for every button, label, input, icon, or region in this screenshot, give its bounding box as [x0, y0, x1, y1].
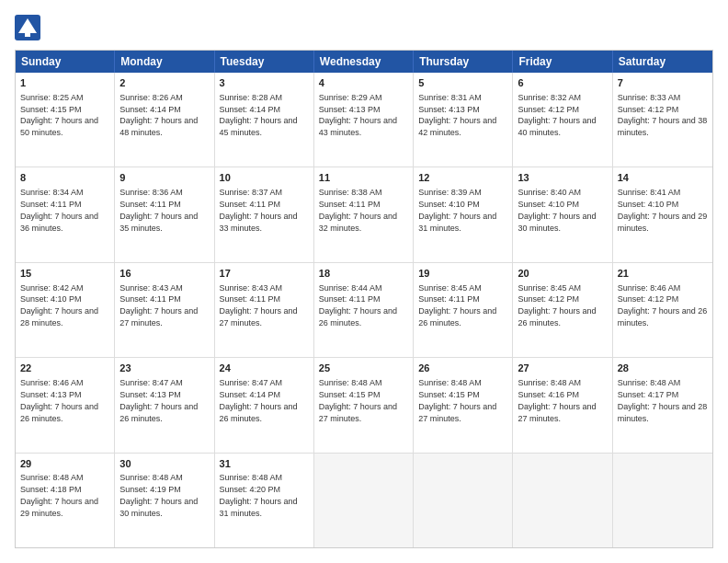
calendar-cell-3-6: 20Sunrise: 8:45 AM Sunset: 4:12 PM Dayli…: [513, 263, 612, 357]
day-number: 8: [20, 171, 109, 185]
day-number: 4: [319, 76, 408, 90]
day-number: 7: [618, 76, 708, 90]
day-number: 12: [418, 171, 507, 185]
day-number: 6: [518, 76, 607, 90]
calendar-week-4: 22Sunrise: 8:46 AM Sunset: 4:13 PM Dayli…: [16, 357, 712, 452]
cell-info: Sunrise: 8:36 AM Sunset: 4:11 PM Dayligh…: [119, 188, 198, 232]
weekday-header-monday: Monday: [115, 51, 214, 73]
cell-info: Sunrise: 8:33 AM Sunset: 4:12 PM Dayligh…: [618, 93, 708, 137]
day-number: 28: [618, 362, 708, 375]
calendar-cell-4-3: 24Sunrise: 8:47 AM Sunset: 4:14 PM Dayli…: [215, 358, 314, 452]
calendar-cell-3-2: 16Sunrise: 8:43 AM Sunset: 4:11 PM Dayli…: [115, 263, 214, 357]
cell-info: Sunrise: 8:39 AM Sunset: 4:10 PM Dayligh…: [418, 188, 496, 232]
cell-info: Sunrise: 8:43 AM Sunset: 4:11 PM Dayligh…: [220, 283, 298, 327]
cell-info: Sunrise: 8:45 AM Sunset: 4:11 PM Dayligh…: [418, 283, 496, 327]
calendar-body: 1Sunrise: 8:25 AM Sunset: 4:15 PM Daylig…: [16, 73, 712, 547]
cell-info: Sunrise: 8:31 AM Sunset: 4:13 PM Dayligh…: [418, 93, 496, 137]
cell-info: Sunrise: 8:41 AM Sunset: 4:10 PM Dayligh…: [618, 188, 708, 232]
calendar-week-3: 15Sunrise: 8:42 AM Sunset: 4:10 PM Dayli…: [16, 262, 712, 357]
svg-rect-2: [25, 29, 30, 37]
weekday-header-sunday: Sunday: [16, 51, 115, 73]
calendar-cell-5-6: [513, 454, 612, 547]
day-number: 25: [319, 362, 408, 375]
cell-info: Sunrise: 8:48 AM Sunset: 4:20 PM Dayligh…: [220, 473, 298, 517]
weekday-header-tuesday: Tuesday: [215, 51, 314, 73]
calendar-cell-4-2: 23Sunrise: 8:47 AM Sunset: 4:13 PM Dayli…: [115, 358, 214, 452]
weekday-header-saturday: Saturday: [613, 51, 712, 73]
logo: [15, 15, 42, 40]
day-number: 15: [20, 267, 109, 281]
day-number: 1: [20, 76, 109, 90]
weekday-header-friday: Friday: [513, 51, 612, 73]
day-number: 10: [220, 171, 309, 185]
cell-info: Sunrise: 8:48 AM Sunset: 4:15 PM Dayligh…: [319, 378, 397, 422]
calendar-cell-3-1: 15Sunrise: 8:42 AM Sunset: 4:10 PM Dayli…: [16, 263, 115, 357]
calendar-cell-5-7: [613, 454, 712, 547]
cell-info: Sunrise: 8:43 AM Sunset: 4:11 PM Dayligh…: [119, 283, 198, 327]
calendar-week-5: 29Sunrise: 8:48 AM Sunset: 4:18 PM Dayli…: [16, 453, 712, 547]
weekday-header-wednesday: Wednesday: [314, 51, 414, 73]
calendar-cell-1-5: 5Sunrise: 8:31 AM Sunset: 4:13 PM Daylig…: [414, 73, 513, 167]
day-number: 20: [518, 267, 607, 281]
day-number: 22: [20, 362, 109, 375]
calendar-cell-2-3: 10Sunrise: 8:37 AM Sunset: 4:11 PM Dayli…: [215, 167, 314, 261]
day-number: 2: [119, 76, 209, 90]
calendar-cell-5-4: [314, 454, 414, 547]
cell-info: Sunrise: 8:47 AM Sunset: 4:14 PM Dayligh…: [220, 378, 298, 422]
cell-info: Sunrise: 8:48 AM Sunset: 4:15 PM Dayligh…: [418, 378, 496, 422]
calendar-cell-3-3: 17Sunrise: 8:43 AM Sunset: 4:11 PM Dayli…: [215, 263, 314, 357]
cell-info: Sunrise: 8:47 AM Sunset: 4:13 PM Dayligh…: [119, 378, 198, 422]
cell-info: Sunrise: 8:40 AM Sunset: 4:10 PM Dayligh…: [518, 188, 596, 232]
calendar-cell-4-4: 25Sunrise: 8:48 AM Sunset: 4:15 PM Dayli…: [314, 358, 414, 452]
cell-info: Sunrise: 8:45 AM Sunset: 4:12 PM Dayligh…: [518, 283, 596, 327]
cell-info: Sunrise: 8:48 AM Sunset: 4:17 PM Dayligh…: [618, 378, 708, 422]
day-number: 23: [119, 362, 209, 375]
calendar-cell-1-4: 4Sunrise: 8:29 AM Sunset: 4:13 PM Daylig…: [314, 73, 414, 167]
calendar-cell-1-7: 7Sunrise: 8:33 AM Sunset: 4:12 PM Daylig…: [613, 73, 712, 167]
weekday-header-thursday: Thursday: [414, 51, 513, 73]
page: SundayMondayTuesdayWednesdayThursdayFrid…: [0, 0, 728, 563]
day-number: 17: [220, 267, 309, 281]
header: [15, 15, 713, 40]
calendar-cell-2-4: 11Sunrise: 8:38 AM Sunset: 4:11 PM Dayli…: [314, 167, 414, 261]
calendar-header: SundayMondayTuesdayWednesdayThursdayFrid…: [16, 51, 712, 73]
day-number: 24: [220, 362, 309, 375]
cell-info: Sunrise: 8:46 AM Sunset: 4:12 PM Dayligh…: [618, 283, 708, 327]
calendar-cell-5-2: 30Sunrise: 8:48 AM Sunset: 4:19 PM Dayli…: [115, 454, 214, 547]
calendar-cell-1-2: 2Sunrise: 8:26 AM Sunset: 4:14 PM Daylig…: [115, 73, 214, 167]
calendar-cell-3-5: 19Sunrise: 8:45 AM Sunset: 4:11 PM Dayli…: [414, 263, 513, 357]
calendar-cell-3-4: 18Sunrise: 8:44 AM Sunset: 4:11 PM Dayli…: [314, 263, 414, 357]
calendar-cell-5-1: 29Sunrise: 8:48 AM Sunset: 4:18 PM Dayli…: [16, 454, 115, 547]
cell-info: Sunrise: 8:42 AM Sunset: 4:10 PM Dayligh…: [20, 283, 98, 327]
day-number: 13: [518, 171, 607, 185]
calendar-cell-2-6: 13Sunrise: 8:40 AM Sunset: 4:10 PM Dayli…: [513, 167, 612, 261]
calendar-cell-1-3: 3Sunrise: 8:28 AM Sunset: 4:14 PM Daylig…: [215, 73, 314, 167]
day-number: 21: [618, 267, 708, 281]
cell-info: Sunrise: 8:34 AM Sunset: 4:11 PM Dayligh…: [20, 188, 98, 232]
calendar-cell-1-6: 6Sunrise: 8:32 AM Sunset: 4:12 PM Daylig…: [513, 73, 612, 167]
cell-info: Sunrise: 8:38 AM Sunset: 4:11 PM Dayligh…: [319, 188, 397, 232]
calendar-week-1: 1Sunrise: 8:25 AM Sunset: 4:15 PM Daylig…: [16, 73, 712, 167]
cell-info: Sunrise: 8:48 AM Sunset: 4:16 PM Dayligh…: [518, 378, 596, 422]
day-number: 11: [319, 171, 408, 185]
cell-info: Sunrise: 8:32 AM Sunset: 4:12 PM Dayligh…: [518, 93, 596, 137]
calendar-cell-2-7: 14Sunrise: 8:41 AM Sunset: 4:10 PM Dayli…: [613, 167, 712, 261]
cell-info: Sunrise: 8:46 AM Sunset: 4:13 PM Dayligh…: [20, 378, 98, 422]
calendar-cell-1-1: 1Sunrise: 8:25 AM Sunset: 4:15 PM Daylig…: [16, 73, 115, 167]
cell-info: Sunrise: 8:28 AM Sunset: 4:14 PM Dayligh…: [220, 93, 298, 137]
calendar: SundayMondayTuesdayWednesdayThursdayFrid…: [15, 50, 713, 548]
day-number: 16: [119, 267, 209, 281]
day-number: 26: [418, 362, 507, 375]
day-number: 14: [618, 171, 708, 185]
calendar-cell-2-2: 9Sunrise: 8:36 AM Sunset: 4:11 PM Daylig…: [115, 167, 214, 261]
calendar-cell-2-5: 12Sunrise: 8:39 AM Sunset: 4:10 PM Dayli…: [414, 167, 513, 261]
logo-icon: [15, 15, 40, 40]
day-number: 18: [319, 267, 408, 281]
day-number: 9: [119, 171, 209, 185]
calendar-cell-4-1: 22Sunrise: 8:46 AM Sunset: 4:13 PM Dayli…: [16, 358, 115, 452]
day-number: 27: [518, 362, 607, 375]
calendar-cell-4-7: 28Sunrise: 8:48 AM Sunset: 4:17 PM Dayli…: [613, 358, 712, 452]
cell-info: Sunrise: 8:29 AM Sunset: 4:13 PM Dayligh…: [319, 93, 397, 137]
cell-info: Sunrise: 8:44 AM Sunset: 4:11 PM Dayligh…: [319, 283, 397, 327]
day-number: 31: [220, 457, 309, 471]
